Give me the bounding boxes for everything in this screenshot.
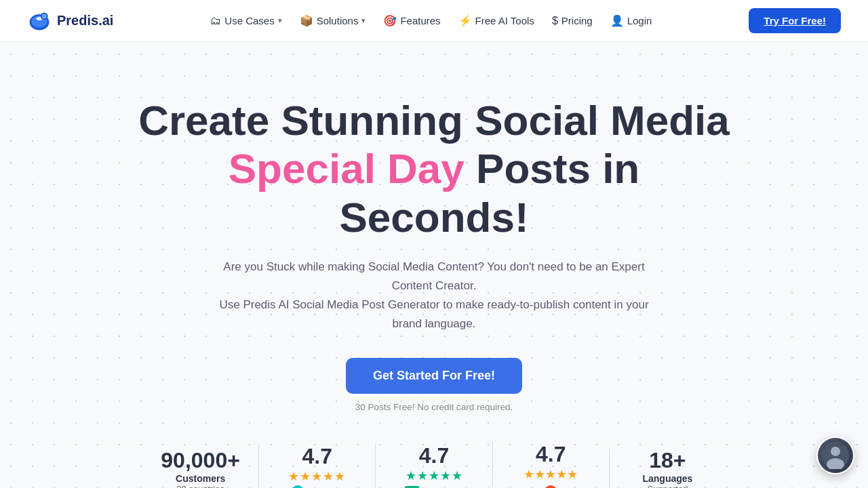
capterra-logo: C Capterra bbox=[273, 485, 361, 488]
stat-g2: 4.7 ★★★★★ G2 bbox=[492, 442, 609, 488]
avatar-image bbox=[818, 438, 853, 473]
logo-link[interactable]: Predis.ai bbox=[27, 9, 113, 33]
box-icon: 📦 bbox=[300, 14, 313, 27]
g2-icon: G2 bbox=[543, 485, 558, 488]
languages-number: 18+ bbox=[623, 448, 712, 473]
nav-cta-button[interactable]: Try For Free! bbox=[749, 8, 841, 33]
nav-item-free-ai-tools[interactable]: ⚡ Free AI Tools bbox=[452, 10, 541, 31]
hero-subtitle: Are you Stuck while making Social Media … bbox=[217, 258, 651, 333]
features-label: Features bbox=[400, 15, 440, 26]
lightning-icon: ⚡ bbox=[458, 14, 472, 27]
customers-label: Customers bbox=[156, 473, 245, 484]
nav-item-solutions[interactable]: 📦 Solutions ▾ bbox=[293, 10, 373, 31]
languages-sub: Supported bbox=[623, 484, 712, 488]
hero-section: Create Stunning Social Media Special Day… bbox=[0, 42, 868, 488]
stat-trustpilot: 4.7 ★★★★★ ★ Trustpilot bbox=[375, 443, 492, 488]
g2-number: 4.7 bbox=[507, 442, 595, 467]
nav-item-features[interactable]: 🎯 Features bbox=[376, 10, 447, 31]
login-icon: 👤 bbox=[610, 14, 624, 27]
nav-item-use-cases[interactable]: 🗂 Use Cases ▾ bbox=[203, 11, 288, 31]
hero-title: Create Stunning Social Media Special Day… bbox=[136, 96, 732, 241]
nav-link-free-ai-tools[interactable]: ⚡ Free AI Tools bbox=[452, 10, 541, 31]
navbar: Predis.ai 🗂 Use Cases ▾ 📦 Solutions ▾ bbox=[0, 0, 868, 42]
login-label: Login bbox=[627, 15, 652, 26]
chat-avatar-button[interactable] bbox=[816, 436, 854, 474]
hero-subtitle-line2: Use Predis AI Social Media Post Generato… bbox=[219, 298, 648, 330]
logo-text: Predis.ai bbox=[57, 13, 113, 28]
stat-capterra: 4.7 ★★★★★ C Capterra bbox=[258, 444, 375, 488]
stat-customers: 90,000+ Customers 30 countries bbox=[142, 448, 258, 488]
avatar-svg bbox=[822, 442, 849, 469]
nav-links: 🗂 Use Cases ▾ 📦 Solutions ▾ 🎯 Features bbox=[203, 10, 658, 31]
svg-point-7 bbox=[831, 447, 840, 456]
nav-item-login[interactable]: 👤 Login bbox=[604, 10, 659, 31]
hero-cta-button[interactable]: Get Started For Free! bbox=[346, 358, 522, 394]
chevron-down-icon: ▾ bbox=[278, 16, 282, 25]
hero-cta-note: 30 Posts Free! No credit card required. bbox=[27, 402, 841, 412]
nav-link-features[interactable]: 🎯 Features bbox=[376, 10, 447, 31]
chevron-down-icon-2: ▾ bbox=[361, 16, 366, 25]
nav-link-pricing[interactable]: $ Pricing bbox=[545, 11, 599, 31]
logo-icon bbox=[27, 9, 52, 33]
trustpilot-stars: ★★★★★ bbox=[389, 468, 478, 483]
dollar-icon: $ bbox=[552, 15, 558, 27]
target-icon: 🎯 bbox=[383, 14, 397, 27]
capterra-number: 4.7 bbox=[273, 444, 361, 469]
free-ai-tools-label: Free AI Tools bbox=[475, 15, 534, 26]
customers-number: 90,000+ bbox=[156, 448, 245, 473]
hero-title-highlight: Special Day bbox=[229, 145, 465, 192]
nav-link-solutions[interactable]: 📦 Solutions ▾ bbox=[293, 10, 373, 31]
hero-title-line1: Create Stunning Social Media bbox=[138, 97, 730, 144]
hero-subtitle-line1: Are you Stuck while making Social Media … bbox=[223, 260, 644, 292]
capterra-icon: C bbox=[292, 485, 304, 488]
nav-link-login[interactable]: 👤 Login bbox=[604, 10, 659, 31]
languages-label: Languages bbox=[623, 473, 712, 484]
trustpilot-number: 4.7 bbox=[389, 443, 478, 468]
stats-section: 90,000+ Customers 30 countries 4.7 ★★★★★… bbox=[142, 442, 726, 488]
nav-link-use-cases[interactable]: 🗂 Use Cases ▾ bbox=[203, 11, 288, 31]
g2-badge: G2 bbox=[507, 485, 595, 488]
svg-point-4 bbox=[544, 485, 557, 488]
capterra-stars: ★★★★★ bbox=[273, 469, 361, 484]
stat-languages: 18+ Languages Supported bbox=[609, 448, 726, 488]
customers-sub: 30 countries bbox=[156, 484, 245, 488]
nav-item-pricing[interactable]: $ Pricing bbox=[545, 11, 599, 31]
use-cases-label: Use Cases bbox=[224, 15, 274, 26]
g2-stars: ★★★★★ bbox=[507, 467, 595, 482]
pricing-label: Pricing bbox=[561, 15, 593, 26]
solutions-label: Solutions bbox=[317, 15, 359, 26]
layers-icon: 🗂 bbox=[210, 15, 221, 27]
svg-point-3 bbox=[42, 14, 47, 18]
